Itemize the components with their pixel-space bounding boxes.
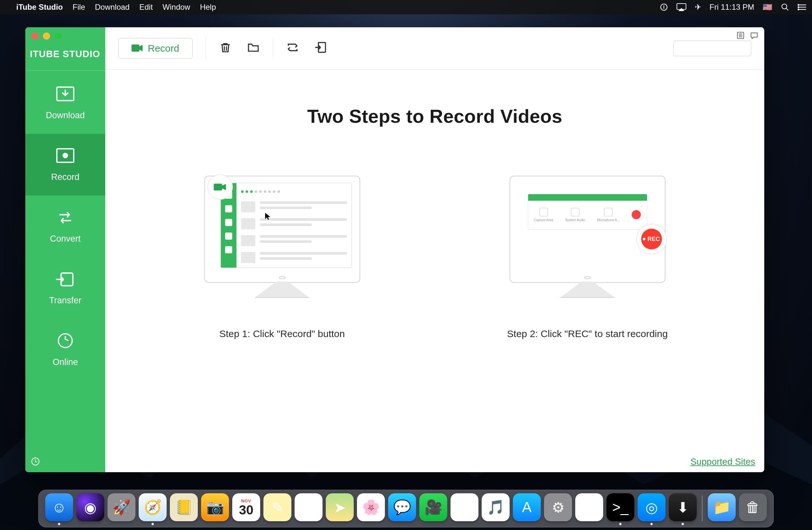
step-2: Capture Area System Audio Microphone A..… [503,176,672,339]
status-plane-icon[interactable]: ✈︎ [695,3,701,12]
sidebar-item-label: Download [46,111,85,120]
cursor-icon [264,212,273,222]
search-input[interactable] [673,41,751,56]
sidebar-item-label: Transfer [49,296,82,306]
feedback-icon[interactable] [750,31,758,42]
status-circle-icon[interactable] [660,3,668,11]
menubar-item-file[interactable]: File [73,3,85,12]
sidebar-item-download[interactable]: Download [25,72,105,134]
maximize-window-button[interactable] [55,32,62,40]
calendar-day: 30 [239,503,254,516]
menubar-app-name[interactable]: iTube Studio [16,3,63,12]
app-window: ITUBE STUDIO Download Record Convert Tra [25,27,764,472]
svg-marker-23 [139,45,143,51]
toolbar: Record [105,27,764,70]
dock-app-maps[interactable]: ➤ [326,493,354,521]
dock-app-siri[interactable]: ◉ [76,493,104,521]
sidebar: ITUBE STUDIO Download Record Convert Tra [25,27,105,472]
step1-record-bubble-icon [207,174,233,200]
svg-point-10 [798,6,799,8]
toolbar-group-2 [286,41,327,56]
airplay-icon[interactable] [677,3,686,11]
dock-app-facetime[interactable]: 🎥 [419,493,447,521]
rec-badge-label: REC [647,236,660,242]
close-window-button[interactable] [31,32,38,40]
transfer-icon [55,270,76,290]
dock-app-finder[interactable]: ☺ [45,493,73,521]
svg-point-14 [63,153,68,158]
download-icon [55,85,76,105]
dock-app-appstore[interactable]: A [513,493,541,521]
step2-illustration: Capture Area System Audio Microphone A..… [510,176,666,283]
globe-icon [55,332,76,351]
dock-app-downloads-stack[interactable]: 📁 [708,493,736,521]
svg-rect-25 [214,183,222,190]
sidebar-item-label: Online [53,357,78,367]
menubar-clock[interactable]: Fri 11:13 PM [710,3,754,12]
repeat-icon[interactable] [286,41,299,56]
toolbar-separator [273,38,273,59]
dock-app-photobooth[interactable]: 📷 [201,493,229,521]
svg-rect-22 [132,44,139,51]
step2-rec-bubble: REC [636,224,667,254]
sidebar-item-online[interactable]: Online [25,319,105,381]
window-traffic-lights [25,27,105,42]
dock-app-downloader[interactable]: ⬇ [669,493,697,521]
notification-center-icon[interactable] [798,3,807,11]
svg-point-16 [58,334,72,348]
menubar-item-download[interactable]: Download [95,3,130,12]
dock-app-messages[interactable]: 💬 [388,493,416,521]
dock-app-safari[interactable]: 🧭 [139,493,166,521]
app-logo-text: ITUBE STUDIO [25,42,105,71]
folder-icon[interactable] [247,41,260,56]
svg-line-5 [786,8,788,10]
menubar-item-edit[interactable]: Edit [139,3,153,12]
dock-app-calendar[interactable]: NOV30 [232,493,260,521]
sidebar-item-record[interactable]: Record [25,134,105,195]
svg-marker-3 [679,9,684,11]
minimize-window-button[interactable] [43,32,50,40]
step2-caption: Step 2: Click "REC" to start recording [507,328,668,339]
step2-opt-label: System Audio [565,218,585,222]
dock-app-terminal[interactable]: >_ [606,493,634,521]
dock-app-launchpad[interactable]: 🚀 [107,493,135,521]
menubar-item-window[interactable]: Window [162,3,190,12]
trash-icon[interactable] [219,41,232,56]
sidebar-item-label: Convert [50,234,81,244]
video-camera-icon [132,43,143,54]
menubar-item-help[interactable]: Help [200,3,216,12]
queue-icon[interactable] [736,31,745,42]
content-area: Two Steps to Record Videos [105,70,764,472]
dock-app-ring-app[interactable]: ◎ [638,493,666,521]
titlebar-right-icons [736,31,758,42]
step1-illustration [204,176,360,283]
supported-sites-link[interactable]: Supported Sites [691,457,755,467]
svg-marker-26 [222,184,226,190]
step-1: Step 1: Click "Record" button [198,176,367,339]
dock-app-u-app[interactable]: U [575,493,603,521]
svg-point-4 [782,4,787,9]
dock-app-news[interactable]: N [450,493,478,521]
dock-app-trash[interactable]: 🗑 [739,493,767,521]
dock-app-contacts[interactable]: 📒 [170,493,198,521]
sidebar-item-transfer[interactable]: Transfer [25,257,105,319]
macos-menubar: iTube Studio File Download Edit Window H… [0,0,812,14]
dock-app-photos[interactable]: 🌸 [357,493,385,521]
dock-app-sysprefs[interactable]: ⚙ [544,493,572,521]
record-button[interactable]: Record [118,38,193,59]
sidebar-item-convert[interactable]: Convert [25,195,105,257]
steps-row: Step 1: Click "Record" button Capture Ar… [105,176,764,339]
menubar-flag-icon[interactable]: 🇺🇸 [763,3,772,12]
import-icon[interactable] [314,41,327,56]
toolbar-group-1 [219,41,260,56]
history-icon[interactable] [30,457,40,468]
dock-app-reminders[interactable]: ☰ [294,493,322,521]
dock-divider [702,495,702,521]
dock-app-music[interactable]: 🎵 [482,493,510,521]
spotlight-search-icon[interactable] [781,3,789,11]
record-icon [55,147,76,166]
dock-app-notes[interactable]: ✎ [263,493,291,521]
page-headline: Two Steps to Record Videos [105,105,764,127]
rec-badge: REC [641,229,662,249]
record-button-label: Record [148,43,179,54]
